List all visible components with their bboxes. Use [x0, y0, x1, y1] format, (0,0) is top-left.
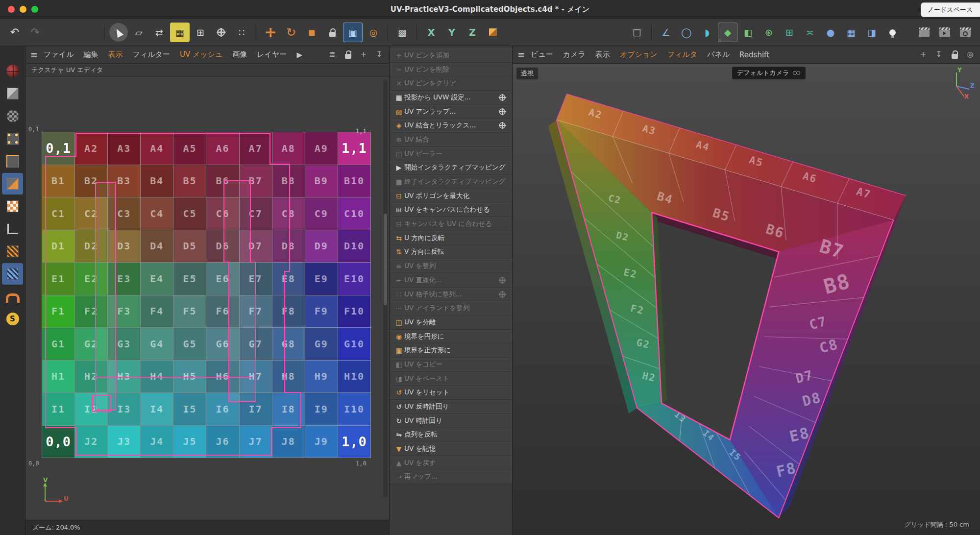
pan-icon[interactable]: + — [918, 50, 928, 60]
fields-icon[interactable]: ⊛ — [759, 23, 779, 42]
matrix-icon[interactable]: ▩ — [392, 23, 412, 42]
volume-builder-icon[interactable]: ◧ — [738, 23, 758, 42]
magnet-tool-icon[interactable] — [2, 286, 23, 307]
workplane-icon[interactable] — [2, 218, 23, 240]
live-selection-icon[interactable] — [109, 23, 128, 42]
cmd-uv-maximize[interactable]: ⊡UV ポリゴンを最大化 — [390, 189, 512, 203]
target-icon[interactable]: ◎ — [965, 50, 975, 60]
panel-menu-icon[interactable]: ≡ — [30, 49, 38, 60]
menu-view[interactable]: ビュー — [531, 50, 553, 59]
cmd-uv-rotate-ccw[interactable]: ↺UV 反時計回り — [390, 400, 512, 414]
cmd-uv-separate[interactable]: ◫UV を分離 — [390, 316, 512, 330]
cmd-flip-u[interactable]: ⇆U 方向に反転 — [390, 231, 512, 245]
menu-edit[interactable]: 編集 — [84, 50, 98, 59]
viewport-area[interactable]: A2A3A4A5A6A7B4B5B6B7B8C7C8D7D8E8F8C2D2E2… — [513, 64, 980, 535]
gear-uvw-from-projection[interactable] — [499, 95, 506, 101]
cmd-interactive-mapping-start[interactable]: ▶開始インタラクティブマッピング — [390, 161, 512, 175]
menu-file[interactable]: ファイル — [44, 50, 74, 59]
zoom-button[interactable] — [31, 6, 38, 13]
nodespace-button[interactable]: ノードスペース — [921, 2, 980, 17]
cmd-uvw-from-projection[interactable]: ▦投影から UVW 設定... — [390, 91, 512, 105]
cmd-uv-reset[interactable]: ↺UV をリセット — [390, 386, 512, 400]
redo-icon[interactable]: ↷ — [25, 23, 45, 42]
axis-x-icon[interactable]: X — [421, 23, 441, 42]
cmd-flip-v[interactable]: ⇅V 方向に反転 — [390, 245, 512, 260]
menu-uv-mesh[interactable]: UV メッシュ — [180, 50, 222, 59]
light-object-icon[interactable] — [882, 23, 902, 42]
lock-icon[interactable] — [343, 50, 353, 60]
minimize-button[interactable] — [20, 6, 26, 13]
camera-object-icon[interactable]: ◨ — [862, 23, 882, 42]
render-view-icon[interactable] — [914, 23, 934, 42]
paint-brush-icon[interactable]: ◗ — [697, 23, 717, 42]
frame-selected-icon[interactable]: ◻ — [627, 23, 647, 42]
edge-mode-icon[interactable] — [2, 150, 23, 172]
menu-view[interactable]: 表示 — [108, 50, 123, 59]
menu-redshift[interactable]: Redshift — [739, 50, 769, 59]
dock-icon[interactable]: ↧ — [374, 50, 384, 60]
viewport-menu-icon[interactable]: ≡ — [517, 49, 525, 60]
texture-mode-icon[interactable] — [2, 105, 23, 127]
cmd-boundary-circle[interactable]: ◉境界を円形に — [390, 330, 512, 344]
uv-scrollbar[interactable] — [383, 80, 388, 497]
cmd-uv-merge-relax[interactable]: ◈UV 結合とリラックス... — [390, 119, 512, 133]
stats-icon[interactable]: ≣ — [327, 50, 337, 60]
lock-icon[interactable] — [950, 50, 959, 60]
menu-filter[interactable]: フィルター — [133, 50, 170, 59]
point-mode-icon[interactable] — [2, 128, 23, 149]
default-camera-button[interactable]: デフォルトカメラ — [732, 67, 806, 79]
checker-ball-icon[interactable] — [2, 60, 23, 82]
undo-icon[interactable]: ↶ — [5, 23, 24, 42]
axis-lock-icon[interactable] — [322, 23, 342, 42]
snap-dots-icon[interactable]: ∷ — [232, 23, 251, 42]
uv-snap-icon[interactable]: ◎ — [364, 23, 383, 42]
gear-uv-unwrap[interactable] — [499, 108, 506, 115]
plane-object-icon[interactable]: ▦ — [841, 23, 861, 42]
marquee-select-icon[interactable]: ▣ — [343, 23, 363, 42]
move-tool-icon[interactable]: + — [261, 23, 280, 42]
selection-convert-icon[interactable]: ⇄ — [149, 23, 169, 42]
axis-gizmo[interactable]: Y Z X — [942, 68, 977, 105]
snap-tool-icon[interactable]: S — [2, 308, 23, 330]
cmd-uv-rotate-cw[interactable]: ↻UV 時計回り — [390, 414, 512, 428]
cmd-reverse-point-order[interactable]: ⇋点列を反転 — [390, 428, 512, 442]
cmd-uv-store[interactable]: ▼UV を記憶 — [390, 442, 512, 456]
measure-icon[interactable]: ∠ — [656, 23, 676, 42]
uv-polygons-mode-icon[interactable] — [2, 241, 23, 262]
uv-edit-tool-icon[interactable]: ▦ — [170, 23, 190, 42]
wireframe-sphere-icon[interactable]: ◯ — [677, 23, 696, 42]
metaball-icon[interactable]: ● — [821, 23, 840, 42]
coord-system-icon[interactable] — [483, 23, 503, 42]
cloner-icon[interactable]: ⊞ — [780, 23, 799, 42]
polygon-mode-icon[interactable] — [2, 173, 23, 195]
axis-y-icon[interactable]: Y — [442, 23, 462, 42]
pan-icon[interactable]: + — [359, 50, 368, 60]
model-mode-icon[interactable] — [2, 83, 23, 104]
tool-settings-gear-icon[interactable] — [211, 23, 231, 42]
uv-textured-object[interactable]: A2A3A4A5A6A7B4B5B6B7B8C7C8D7D8E8F8C2D2E2… — [548, 94, 906, 518]
menu-layer[interactable]: レイヤー — [257, 50, 287, 59]
menu-more[interactable]: ▶ — [296, 50, 302, 59]
menu-camera[interactable]: カメラ — [563, 50, 586, 59]
uv-canvas[interactable]: 0,1A2A3A4A5A6A7A8A91,1B1B2B3B4B5B6B7B8B9… — [25, 77, 389, 520]
cmd-uv-fit-canvas[interactable]: ⊞UV をキャンバスに合わせる — [390, 203, 512, 218]
dock-icon[interactable]: ↧ — [934, 50, 944, 60]
render-settings-icon[interactable] — [956, 23, 975, 42]
connect-objects-icon[interactable]: ≍ — [800, 23, 820, 42]
rectangle-selection-icon[interactable]: ▱ — [129, 23, 148, 42]
uv-points-mode-icon[interactable] — [2, 263, 23, 285]
polygon-pen-icon[interactable]: ◆ — [718, 23, 737, 42]
gear-uv-merge-relax[interactable] — [499, 122, 506, 129]
scale-tool-icon[interactable]: ■ — [302, 23, 321, 42]
close-button[interactable] — [8, 6, 15, 13]
menu-display[interactable]: 表示 — [595, 50, 610, 59]
menu-image[interactable]: 画像 — [232, 50, 247, 59]
render-picture-viewer-icon[interactable] — [935, 23, 955, 42]
menu-options[interactable]: オプション — [620, 50, 658, 59]
menu-filter[interactable]: フィルタ — [667, 50, 697, 59]
rotate-tool-icon[interactable]: ↻ — [281, 23, 301, 42]
menu-panel[interactable]: パネル — [707, 50, 730, 59]
texture-tile-icon[interactable] — [2, 195, 23, 217]
axis-z-icon[interactable]: Z — [463, 23, 482, 42]
arrange-tool-icon[interactable]: ⊞ — [191, 23, 210, 42]
